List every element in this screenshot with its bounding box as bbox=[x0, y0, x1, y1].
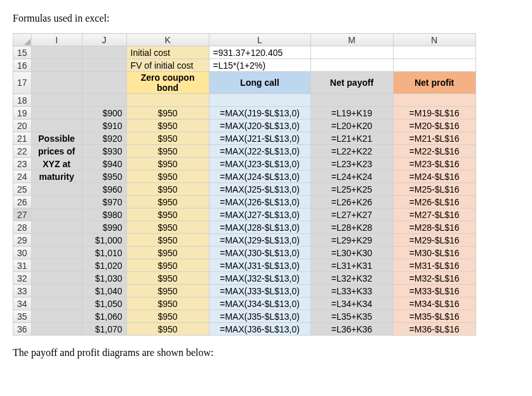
side-label-33[interactable] bbox=[31, 285, 82, 297]
cell-K19[interactable]: $950 bbox=[126, 107, 209, 119]
cell-L30[interactable]: =MAX(J30-$L$13,0) bbox=[209, 247, 310, 259]
header-zero-coupon-bond[interactable]: Zero coupon bond bbox=[126, 72, 209, 94]
cell-K23[interactable]: $950 bbox=[126, 158, 209, 170]
cell-J19[interactable]: $900 bbox=[82, 107, 126, 119]
cell-M31[interactable]: =L31+K31 bbox=[310, 259, 393, 272]
cell-J16[interactable] bbox=[82, 59, 126, 72]
cell-K15[interactable]: Initial cost bbox=[126, 46, 209, 59]
cell-N27[interactable]: =M27-$L$16 bbox=[393, 208, 475, 221]
cell-J34[interactable]: $1,050 bbox=[82, 297, 126, 310]
cell-K29[interactable]: $950 bbox=[126, 234, 209, 247]
cell-M21[interactable]: =L21+K21 bbox=[310, 132, 393, 145]
cell-L19[interactable]: =MAX(J19-$L$13,0) bbox=[209, 107, 310, 119]
cell-L36[interactable]: =MAX(J36-$L$13,0) bbox=[209, 323, 310, 336]
cell-M19[interactable]: =L19+K19 bbox=[310, 107, 393, 119]
cell-J20[interactable]: $910 bbox=[82, 119, 126, 132]
cell-L21[interactable]: =MAX(J21-$L$13,0) bbox=[209, 132, 310, 145]
side-label-21[interactable]: Possible bbox=[31, 132, 82, 145]
side-label-19[interactable] bbox=[31, 107, 82, 119]
side-label-28[interactable] bbox=[31, 221, 82, 234]
cell-M28[interactable]: =L28+K28 bbox=[310, 221, 393, 234]
cell-M27[interactable]: =L27+K27 bbox=[310, 208, 393, 221]
cell-N23[interactable]: =M23-$L$16 bbox=[393, 158, 475, 170]
cell-K16[interactable]: FV of initial cost bbox=[126, 59, 209, 72]
cell-N36[interactable]: =M36-$L$16 bbox=[393, 323, 475, 336]
cell-M16[interactable] bbox=[310, 59, 393, 72]
cell-N18[interactable] bbox=[393, 94, 475, 107]
side-label-29[interactable] bbox=[31, 234, 82, 247]
cell-L31[interactable]: =MAX(J31-$L$13,0) bbox=[209, 259, 310, 272]
cell-J27[interactable]: $980 bbox=[82, 208, 126, 221]
cell-M23[interactable]: =L23+K23 bbox=[310, 158, 393, 170]
cell-K26[interactable]: $950 bbox=[126, 196, 209, 208]
row-header-27[interactable]: 27 bbox=[13, 208, 32, 221]
cell-K36[interactable]: $950 bbox=[126, 323, 209, 336]
cell-K33[interactable]: $950 bbox=[126, 285, 209, 297]
cell-N30[interactable]: =M30-$L$16 bbox=[393, 247, 475, 259]
cell-L28[interactable]: =MAX(J28-$L$13,0) bbox=[209, 221, 310, 234]
cell-J21[interactable]: $920 bbox=[82, 132, 126, 145]
cell-K32[interactable]: $950 bbox=[126, 272, 209, 285]
cell-J28[interactable]: $990 bbox=[82, 221, 126, 234]
cell-L35[interactable]: =MAX(J35-$L$13,0) bbox=[209, 310, 310, 323]
row-header-32[interactable]: 32 bbox=[13, 272, 32, 285]
side-label-36[interactable] bbox=[31, 323, 82, 336]
cell-M25[interactable]: =L25+K25 bbox=[310, 183, 393, 196]
cell-M30[interactable]: =L30+K30 bbox=[310, 247, 393, 259]
cell-K34[interactable]: $950 bbox=[126, 297, 209, 310]
cell-N29[interactable]: =M29-$L$16 bbox=[393, 234, 475, 247]
side-label-31[interactable] bbox=[31, 259, 82, 272]
cell-K21[interactable]: $950 bbox=[126, 132, 209, 145]
cell-K31[interactable]: $950 bbox=[126, 259, 209, 272]
cell-K27[interactable]: $950 bbox=[126, 208, 209, 221]
cell-M18[interactable] bbox=[310, 94, 393, 107]
row-header-30[interactable]: 30 bbox=[13, 247, 32, 259]
cell-J36[interactable]: $1,070 bbox=[82, 323, 126, 336]
cell-M33[interactable]: =L33+K33 bbox=[310, 285, 393, 297]
cell-L26[interactable]: =MAX(J26-$L$13,0) bbox=[209, 196, 310, 208]
cell-L34[interactable]: =MAX(J34-$L$13,0) bbox=[209, 297, 310, 310]
cell-N25[interactable]: =M25-$L$16 bbox=[393, 183, 475, 196]
cell-L16[interactable]: =L15*(1+2%) bbox=[209, 59, 310, 72]
cell-M34[interactable]: =L34+K34 bbox=[310, 297, 393, 310]
col-header-M[interactable]: M bbox=[310, 34, 393, 46]
cell-M24[interactable]: =L24+K24 bbox=[310, 170, 393, 183]
cell-J30[interactable]: $1,010 bbox=[82, 247, 126, 259]
row-header-23[interactable]: 23 bbox=[13, 158, 32, 170]
side-label-32[interactable] bbox=[31, 272, 82, 285]
side-label-26[interactable] bbox=[31, 196, 82, 208]
cell-L25[interactable]: =MAX(J25-$L$13,0) bbox=[209, 183, 310, 196]
cell-N32[interactable]: =M32-$L$16 bbox=[393, 272, 475, 285]
cell-N35[interactable]: =M35-$L$16 bbox=[393, 310, 475, 323]
cell-N26[interactable]: =M26-$L$16 bbox=[393, 196, 475, 208]
row-header-18[interactable]: 18 bbox=[13, 94, 32, 107]
col-header-J[interactable]: J bbox=[82, 34, 126, 46]
side-label-30[interactable] bbox=[31, 247, 82, 259]
cell-M35[interactable]: =L35+K35 bbox=[310, 310, 393, 323]
header-long-call[interactable]: Long call bbox=[209, 72, 310, 94]
row-header-36[interactable]: 36 bbox=[13, 323, 32, 336]
cell-M29[interactable]: =L29+K29 bbox=[310, 234, 393, 247]
row-header-29[interactable]: 29 bbox=[13, 234, 32, 247]
side-label-25[interactable] bbox=[31, 183, 82, 196]
cell-L23[interactable]: =MAX(J23-$L$13,0) bbox=[209, 158, 310, 170]
row-header-25[interactable]: 25 bbox=[13, 183, 32, 196]
cell-J29[interactable]: $1,000 bbox=[82, 234, 126, 247]
side-label-22[interactable]: prices of bbox=[31, 145, 82, 158]
cell-L33[interactable]: =MAX(J33-$L$13,0) bbox=[209, 285, 310, 297]
cell-M15[interactable] bbox=[310, 46, 393, 59]
row-header-15[interactable]: 15 bbox=[13, 46, 32, 59]
row-header-20[interactable]: 20 bbox=[13, 119, 32, 132]
cell-J25[interactable]: $960 bbox=[82, 183, 126, 196]
cell-K35[interactable]: $950 bbox=[126, 310, 209, 323]
cell-I17[interactable] bbox=[31, 72, 82, 94]
col-header-N[interactable]: N bbox=[393, 34, 475, 46]
row-header-31[interactable]: 31 bbox=[13, 259, 32, 272]
col-header-I[interactable]: I bbox=[31, 34, 82, 46]
row-header-24[interactable]: 24 bbox=[13, 170, 32, 183]
cell-L27[interactable]: =MAX(J27-$L$13,0) bbox=[209, 208, 310, 221]
cell-L29[interactable]: =MAX(J29-$L$13,0) bbox=[209, 234, 310, 247]
cell-K18[interactable] bbox=[126, 94, 209, 107]
side-label-34[interactable] bbox=[31, 297, 82, 310]
cell-N15[interactable] bbox=[393, 46, 475, 59]
